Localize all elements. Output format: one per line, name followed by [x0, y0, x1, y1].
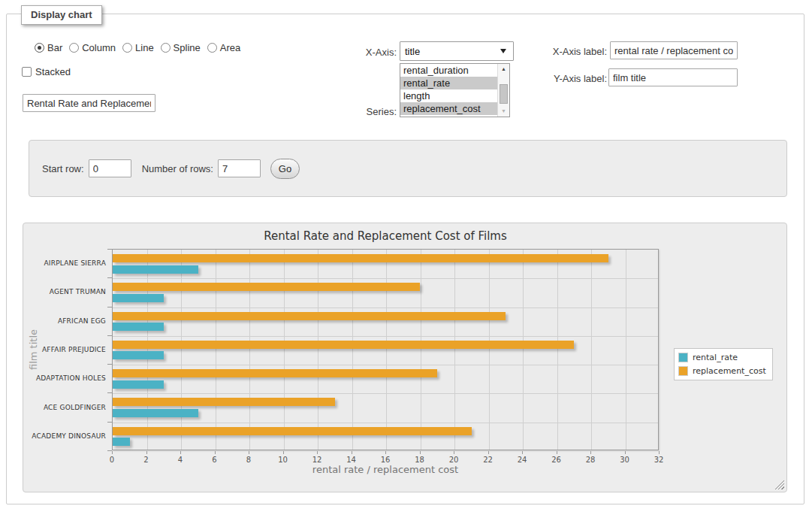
radio-icon: [207, 43, 217, 53]
stacked-label: Stacked: [35, 66, 71, 77]
chart-title-input[interactable]: [23, 94, 155, 112]
chart-panel: Rental Rate and Replacement Cost of Film…: [23, 223, 787, 492]
x-tick-mark: [420, 451, 421, 454]
bar-replacement_cost: [113, 369, 437, 377]
scroll-down-icon[interactable]: ▼: [498, 106, 509, 117]
x-tick-mark: [557, 451, 557, 454]
y-tick-mark: [107, 307, 112, 308]
y-tick-mark: [107, 335, 112, 336]
chart-x-axis-title: rental rate / replacement cost: [198, 464, 573, 475]
fieldset-legend: Display chart: [21, 5, 102, 25]
gridline-vertical: [421, 250, 421, 450]
scroll-thumb[interactable]: [500, 84, 508, 104]
scroll-up-icon[interactable]: ▲: [498, 64, 509, 74]
gridline-vertical: [216, 250, 216, 450]
x-tick-label: 22: [477, 456, 500, 464]
radio-icon: [161, 43, 171, 53]
bar-replacement_cost: [113, 398, 335, 406]
checkbox-icon: [22, 67, 32, 77]
dropdown-arrow-icon: [500, 49, 506, 53]
x-tick-mark: [522, 451, 523, 454]
chart-resize-handle[interactable]: [774, 480, 784, 489]
gridline-vertical: [352, 250, 353, 450]
gridline-vertical: [318, 250, 318, 450]
x-axis-label-input[interactable]: [610, 41, 738, 59]
chart-title: Rental Rate and Replacement Cost of Film…: [198, 229, 573, 243]
stacked-checkbox[interactable]: Stacked: [22, 66, 71, 77]
x-tick-label: 16: [374, 456, 397, 464]
chart-type-label: Column: [82, 42, 116, 53]
x-tick-mark: [249, 451, 249, 454]
category-label: ACADEMY DINOSAUR: [28, 432, 106, 441]
x-tick-label: 32: [647, 456, 670, 464]
gridline-horizontal: [113, 336, 658, 337]
chart-type-label: Area: [220, 42, 240, 53]
start-row-label: Start row:: [42, 163, 84, 174]
bar-replacement_cost: [113, 427, 472, 435]
x-tick-mark: [590, 451, 591, 454]
x-tick-label: 2: [135, 456, 158, 464]
x-tick-mark: [146, 451, 147, 454]
x-axis-select-label: X-Axis:: [331, 47, 397, 58]
y-axis-label-caption: Y-Axis label:: [538, 73, 607, 84]
y-axis-label-input[interactable]: [608, 68, 738, 86]
x-tick-label: 24: [511, 456, 533, 464]
x-tick-label: 10: [272, 456, 294, 464]
chart-type-radio-spline[interactable]: Spline: [161, 42, 201, 53]
chart-type-label: Spline: [174, 42, 201, 53]
chart-type-radio-line[interactable]: Line: [122, 42, 154, 53]
radio-icon: [122, 43, 132, 53]
y-tick-mark: [107, 422, 112, 423]
chart-type-radio-group: BarColumnLineSplineArea: [35, 42, 247, 53]
legend-label: rental_rate: [693, 353, 738, 362]
gridline-vertical: [147, 250, 148, 450]
x-axis-selected-value: title: [405, 46, 420, 57]
chart-type-radio-bar[interactable]: Bar: [35, 42, 62, 53]
chart-type-radio-area[interactable]: Area: [207, 42, 240, 53]
x-tick-mark: [317, 451, 318, 454]
series-option-rental_duration[interactable]: rental_duration: [400, 64, 497, 77]
gridline-vertical: [591, 250, 592, 450]
category-label: ADAPTATION HOLES: [28, 374, 106, 383]
bar-rental_rate: [113, 323, 164, 331]
chart-type-label: Bar: [47, 42, 62, 53]
gridline-vertical: [386, 250, 387, 450]
series-option-length[interactable]: length: [400, 89, 497, 102]
series-options: rental_durationrental_ratelengthreplacem…: [400, 64, 497, 117]
series-option-replacement_cost[interactable]: replacement_cost: [400, 102, 497, 115]
chart-legend: rental_ratereplacement_cost: [674, 348, 773, 380]
gridline-vertical: [523, 250, 524, 450]
gridline-horizontal: [113, 308, 658, 308]
x-tick-mark: [112, 451, 113, 454]
x-tick-label: 4: [169, 456, 192, 464]
legend-label: replacement_cost: [693, 366, 766, 376]
category-label: AFRICAN EGG: [28, 317, 106, 326]
bar-replacement_cost: [113, 341, 574, 349]
x-tick-label: 0: [101, 456, 123, 464]
legend-item-rental_rate: rental_rate: [678, 353, 766, 362]
chart-type-radio-column[interactable]: Column: [69, 42, 116, 53]
listbox-scrollbar[interactable]: ▲ ▼: [497, 64, 509, 117]
y-tick-mark: [107, 249, 112, 250]
gridline-vertical: [626, 250, 626, 450]
y-tick-mark: [107, 392, 112, 393]
bar-replacement_cost: [113, 254, 608, 262]
x-tick-label: 28: [579, 456, 602, 464]
x-tick-mark: [659, 451, 660, 454]
legend-swatch-rental_rate: [678, 353, 688, 362]
number-of-rows-input[interactable]: [218, 159, 261, 177]
bar-replacement_cost: [113, 283, 420, 291]
bar-rental_rate: [113, 351, 164, 359]
y-tick-mark: [107, 364, 112, 365]
gridline-vertical: [557, 250, 558, 450]
legend-item-replacement_cost: replacement_cost: [678, 366, 766, 376]
series-option-rental_rate[interactable]: rental_rate: [400, 77, 497, 89]
x-tick-label: 8: [237, 456, 260, 464]
series-listbox[interactable]: rental_durationrental_ratelengthreplacem…: [400, 63, 510, 117]
start-row-input[interactable]: [89, 159, 131, 177]
go-button[interactable]: Go: [270, 159, 300, 179]
x-axis-select[interactable]: title: [400, 41, 514, 61]
radio-icon: [35, 43, 44, 53]
x-tick-label: 6: [204, 456, 226, 464]
x-tick-mark: [283, 451, 284, 454]
